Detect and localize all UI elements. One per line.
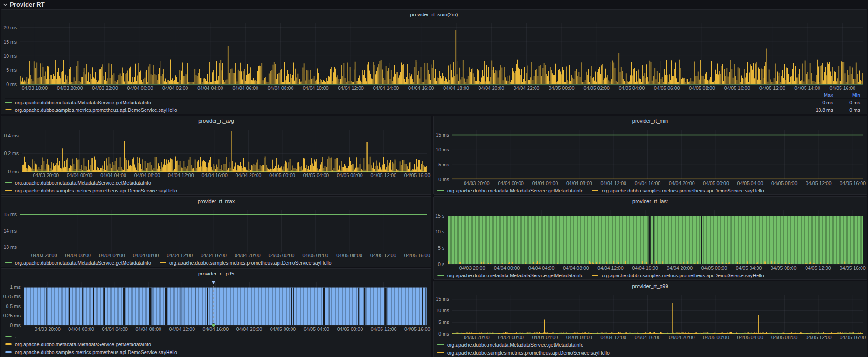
legend-item[interactable]: org.apache.dubbo.samples.metrics.prometh… <box>437 349 867 357</box>
x-tick-label: 04/04 12:00 <box>169 326 195 332</box>
panel-last: provider_rt_last0 s5 s10 s15 s04/03 20:0… <box>433 196 867 280</box>
x-tick-label: 04/05 00:00 <box>549 85 575 91</box>
legend-series-color <box>5 182 12 183</box>
x-tick-label: 04/04 12:00 <box>338 85 364 91</box>
x-tick-label: 04/04 22:00 <box>514 85 540 91</box>
legend-sort-min[interactable]: Min <box>833 92 867 98</box>
legend-item[interactable]: . <box>5 332 431 340</box>
x-tick-label: 04/04 20:00 <box>236 172 262 178</box>
series-bars <box>20 30 862 84</box>
x-tick-label: 04/05 10:00 <box>724 85 750 91</box>
chart-plot[interactable]: 0 ms0.25 ms0.5 ms0.75 ms1 ms04/03 20:000… <box>1 279 431 332</box>
y-tick-label: 0 ms <box>438 177 449 182</box>
legend-series-color <box>5 190 12 191</box>
x-tick-label: 04/04 02:00 <box>162 85 188 91</box>
legend-item[interactable]: org.apache.dubbo.metadata.MetadataServic… <box>437 186 583 194</box>
legend-value-min: 0 ms <box>833 100 867 105</box>
legend-label: org.apache.dubbo.metadata.MetadataServic… <box>15 180 431 185</box>
y-tick-label: 0.75 ms <box>3 294 21 299</box>
panel-title[interactable]: provider_rt_last <box>434 197 867 206</box>
x-tick-label: 04/04 16:00 <box>408 85 434 91</box>
x-tick-label: 04/05 02:00 <box>583 85 610 91</box>
legend-label: org.apache.dubbo.samples.metrics.prometh… <box>15 350 431 355</box>
legend-item[interactable]: org.apache.dubbo.metadata.MetadataServic… <box>5 178 431 186</box>
x-tick-label: 04/05 04:00 <box>304 326 330 332</box>
annotation-marker-icon[interactable] <box>212 281 215 284</box>
y-tick-label: 1 ms <box>10 284 21 290</box>
legend-label: org.apache.dubbo.samples.metrics.prometh… <box>169 260 332 266</box>
y-tick-label: 15 ms <box>3 212 17 217</box>
x-tick-label: 04/04 00:00 <box>498 180 524 186</box>
legend-item[interactable]: org.apache.dubbo.samples.metrics.prometh… <box>160 259 332 267</box>
chart-plot[interactable]: 13 ms14 ms15 ms04/03 20:0004/04 00:0004/… <box>1 206 431 259</box>
legend-sort-max[interactable]: Max <box>799 92 833 98</box>
x-tick-label: 04/05 08:00 <box>689 85 715 91</box>
x-tick-label: 04/04 12:00 <box>597 265 624 271</box>
panel-title[interactable]: provider_rt_avg <box>1 116 431 126</box>
annotation-dot[interactable] <box>212 324 215 327</box>
legend: org.apache.dubbo.metadata.MetadataServic… <box>434 271 867 279</box>
legend-item[interactable]: org.apache.dubbo.metadata.MetadataServic… <box>437 271 583 279</box>
section-header-provider-rt[interactable]: Provider RT <box>0 0 868 9</box>
series-bars <box>452 303 862 334</box>
x-tick-label: 04/04 16:00 <box>632 265 658 271</box>
y-tick-label: 13 ms <box>3 244 17 250</box>
chart-plot[interactable]: 0 ms0.2 ms0.4 ms04/03 20:0004/04 00:0004… <box>1 126 431 178</box>
chart-plot[interactable]: 0 ms5 ms10 ms15 ms04/03 20:0004/04 00:00… <box>434 291 867 341</box>
x-tick-label: 04/05 00:00 <box>269 172 295 178</box>
panel-p99: provider_rt_p990 ms5 ms10 ms15 ms04/03 2… <box>433 281 867 357</box>
x-tick-label: 04/04 08:00 <box>134 172 160 178</box>
x-tick-label: 04/04 20:00 <box>669 180 695 186</box>
x-tick-label: 04/05 00:00 <box>270 326 296 332</box>
x-tick-label: 04/05 04:00 <box>736 265 762 271</box>
x-tick-label: 04/04 00:00 <box>127 85 153 91</box>
panel-title[interactable]: provider_rt_p99 <box>434 281 867 291</box>
legend-item[interactable]: org.apache.dubbo.metadata.MetadataServic… <box>5 259 151 267</box>
legend-item[interactable]: org.apache.dubbo.samples.metrics.prometh… <box>5 348 431 356</box>
x-tick-label: 04/04 16:00 <box>635 180 661 186</box>
legend: org.apache.dubbo.metadata.MetadataServic… <box>434 341 867 357</box>
legend-item[interactable]: org.apache.dubbo.metadata.MetadataServic… <box>437 341 867 349</box>
y-tick-label: 20 ms <box>3 25 17 30</box>
x-tick-label: 04/04 18:00 <box>443 85 469 91</box>
x-tick-label: 04/05 00:00 <box>269 253 295 258</box>
y-tick-label: 5 ms <box>438 319 449 325</box>
legend-label: org.apache.dubbo.metadata.MetadataServic… <box>15 100 799 105</box>
y-tick-label: 10 ms <box>436 308 449 313</box>
legend: org.apache.dubbo.metadata.MetadataServic… <box>1 259 431 267</box>
x-tick-label: 04/04 16:00 <box>201 253 227 258</box>
x-tick-label: 04/04 00:00 <box>68 326 94 332</box>
chart-plot[interactable]: 0 s5 s10 s15 s04/03 20:0004/04 00:0004/0… <box>434 206 867 271</box>
x-tick-label: 04/04 00:00 <box>498 335 524 340</box>
legend-label: org.apache.dubbo.samples.metrics.prometh… <box>602 188 764 193</box>
legend-label: org.apache.dubbo.samples.metrics.prometh… <box>447 350 867 356</box>
x-tick-label: 04/04 04:00 <box>528 265 555 271</box>
y-tick-label: 10 ms <box>3 53 17 59</box>
panel-title[interactable]: provider_rt_sum(2m) <box>1 10 867 20</box>
chart-plot[interactable]: 0 ms5 ms10 ms15 ms20 ms04/03 18:0004/03 … <box>1 20 867 91</box>
panel-title[interactable]: provider_rt_min <box>434 116 867 126</box>
y-tick-label: 15 ms <box>436 132 449 137</box>
panel-avg: provider_rt_avg0 ms0.2 ms0.4 ms04/03 20:… <box>1 116 431 195</box>
legend-value-min: 0 ms <box>833 107 867 113</box>
legend-item[interactable]: org.apache.dubbo.samples.metrics.prometh… <box>5 106 867 113</box>
legend-item[interactable]: org.apache.dubbo.metadata.MetadataServic… <box>5 340 431 348</box>
x-tick-label: 04/04 20:00 <box>235 253 261 258</box>
legend: org.apache.dubbo.metadata.MetadataServic… <box>434 186 867 194</box>
legend-item[interactable]: org.apache.dubbo.metadata.MetadataServic… <box>5 98 867 106</box>
legend-series-color <box>437 190 444 191</box>
x-tick-label: 04/04 20:00 <box>669 335 695 340</box>
panel-title[interactable]: provider_rt_p95 <box>1 269 431 279</box>
legend: org.apache.dubbo.metadata.MetadataServic… <box>1 178 431 194</box>
x-tick-label: 04/04 00:00 <box>67 172 93 178</box>
y-tick-label: 14 ms <box>3 228 17 233</box>
legend-item[interactable]: org.apache.dubbo.samples.metrics.prometh… <box>592 271 764 279</box>
x-tick-label: 04/05 04:00 <box>737 335 764 340</box>
x-tick-label: 04/05 04:00 <box>303 253 329 258</box>
chart-plot[interactable]: 0 ms5 ms10 ms15 ms04/03 20:0004/04 00:00… <box>434 126 867 186</box>
legend-item[interactable]: org.apache.dubbo.samples.metrics.prometh… <box>592 186 764 194</box>
legend-item[interactable]: org.apache.dubbo.samples.metrics.prometh… <box>5 186 431 194</box>
x-tick-label: 04/04 20:00 <box>479 85 505 91</box>
panel-title[interactable]: provider_rt_max <box>1 197 431 206</box>
legend-label: org.apache.dubbo.samples.metrics.prometh… <box>15 107 799 113</box>
